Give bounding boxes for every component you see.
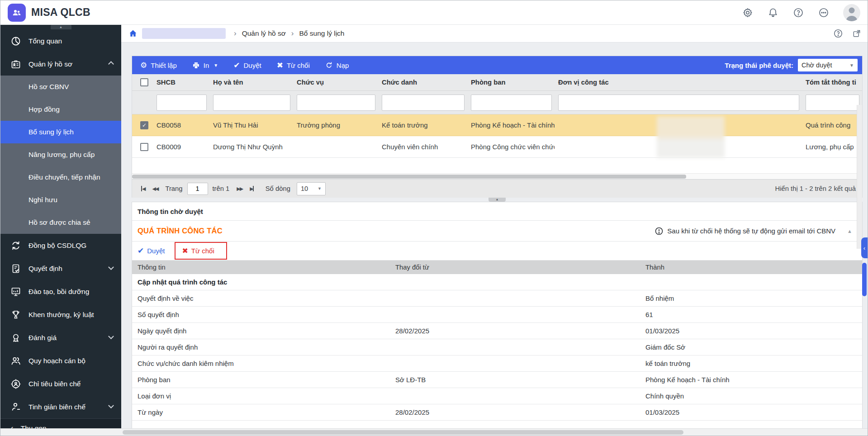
more-icon[interactable] bbox=[818, 7, 830, 19]
approve-button[interactable]: ✔ Duyệt bbox=[233, 62, 261, 69]
row-checkbox-checked[interactable]: ✓ bbox=[140, 121, 148, 129]
users-icon bbox=[10, 355, 21, 366]
detail-to: Giám đốc Sở bbox=[640, 343, 862, 351]
print-label: In bbox=[204, 62, 209, 69]
grid-horizontal-scrollbar[interactable] bbox=[132, 173, 862, 179]
detail-info: Người ra quyết định bbox=[132, 343, 390, 351]
column-header-phong-ban[interactable]: Phòng ban bbox=[467, 79, 555, 86]
cell-name: Dương Thị Như Quỳnh bbox=[209, 143, 293, 151]
gear-icon[interactable] bbox=[742, 7, 754, 19]
scrollbar-thumb[interactable] bbox=[123, 430, 683, 435]
prev-page-button[interactable]: ◀◀ bbox=[152, 186, 158, 192]
vertical-scrollbar-thumb[interactable] bbox=[862, 263, 867, 296]
sidebar-subitem-label: Nghỉ hưu bbox=[28, 196, 57, 204]
monitor-icon bbox=[10, 286, 21, 297]
filter-input-phong-ban[interactable] bbox=[471, 95, 552, 111]
sidebar-item-khen-thuong-ky-luat[interactable]: Khen thưởng, kỷ luật bbox=[0, 303, 121, 326]
print-button[interactable]: In ▼ bbox=[192, 62, 218, 69]
column-header-don-vi-cong-tac[interactable]: Đơn vị công tác bbox=[555, 79, 802, 86]
detail-approve-button[interactable]: ✔ Duyệt bbox=[138, 246, 165, 256]
column-header-ho-va-ten[interactable]: Họ và tên bbox=[209, 79, 293, 86]
sidebar-item-nghi-huu[interactable]: Nghỉ hưu bbox=[0, 189, 121, 211]
column-header-chuc-danh[interactable]: Chức danh bbox=[378, 79, 467, 86]
sidebar-subitem-label: Hợp đồng bbox=[28, 105, 60, 114]
detail-row: Phòng ban Sở LĐ-TB Phòng Kế hoạch - Tài … bbox=[132, 372, 862, 388]
row-checkbox[interactable] bbox=[140, 143, 148, 151]
column-header-tom-tat[interactable]: Tóm tắt thông ti bbox=[802, 79, 862, 86]
reject-button[interactable]: ✖ Từ chối bbox=[277, 62, 310, 69]
filter-input-don-vi-cong-tac[interactable] bbox=[558, 95, 799, 111]
sidebar-item-tinh-gian-bien-che[interactable]: Tinh giản biên chế bbox=[0, 395, 121, 418]
sidebar-item-bo-sung-ly-lich[interactable]: Bổ sung lý lịch bbox=[0, 121, 121, 143]
sidebar-item-nang-luong-phu-cap[interactable]: Nâng lương, phụ cấp bbox=[0, 143, 121, 166]
sidebar-item-hop-dong[interactable]: Hợp đồng bbox=[0, 98, 121, 121]
detail-reject-button[interactable]: ✖ Từ chối bbox=[182, 246, 214, 255]
breadcrumb-item-bo-sung-ly-lich[interactable]: Bổ sung lý lịch bbox=[299, 29, 345, 38]
first-page-button[interactable]: ◀ bbox=[141, 186, 145, 192]
last-page-button[interactable]: ▶ bbox=[250, 186, 253, 192]
grid-vertical-scrollbar[interactable] bbox=[857, 105, 862, 249]
filter-input-chuc-danh[interactable] bbox=[382, 95, 465, 111]
sidebar-item-dieu-chuyen-tiep-nhan[interactable]: Điều chuyển, tiếp nhận bbox=[0, 166, 121, 189]
avatar[interactable] bbox=[843, 4, 860, 21]
detail-to: kế toán trưởng bbox=[640, 360, 862, 367]
target-icon bbox=[10, 379, 21, 389]
filter-input-ho-va-ten[interactable] bbox=[213, 95, 290, 111]
select-all-checkbox[interactable] bbox=[140, 78, 148, 86]
sidebar-item-quy-hoach-can-bo[interactable]: Quy hoạch cán bộ bbox=[0, 349, 121, 372]
panel-resize-handle[interactable]: ▲ bbox=[132, 198, 863, 202]
approval-status-select[interactable]: Chờ duyệt ▼ bbox=[798, 59, 858, 71]
refresh-icon bbox=[325, 62, 333, 69]
app-title: MISA QLCB bbox=[31, 6, 90, 19]
right-panel-toggle[interactable]: ‹ bbox=[861, 237, 868, 258]
sidebar: ▲ Tổng quan Quản lý hồ sơ Hồ sơ CBNV Hợp… bbox=[0, 25, 121, 428]
page-horizontal-scrollbar[interactable] bbox=[0, 428, 868, 436]
breadcrumb-separator: › bbox=[291, 29, 294, 38]
column-header-chuc-vu[interactable]: Chức vụ bbox=[293, 79, 378, 86]
table-row[interactable]: CB0009 Dương Thị Như Quỳnh Chuyên viên c… bbox=[132, 136, 862, 158]
column-header-shcb[interactable]: SHCB bbox=[153, 79, 209, 86]
sidebar-item-ho-so-duoc-chia-se[interactable]: Hồ sơ được chia sẻ bbox=[0, 211, 121, 234]
breadcrumb-redacted-org[interactable] bbox=[142, 28, 226, 39]
detail-reject-label: Từ chối bbox=[191, 247, 214, 255]
sidebar-item-danh-gia[interactable]: Đánh giá bbox=[0, 326, 121, 349]
breadcrumb-item-quan-ly-ho-so[interactable]: Quản lý hồ sơ bbox=[242, 29, 286, 38]
grid-header-row: SHCB Họ và tên Chức vụ Chức danh Phòng b… bbox=[132, 74, 862, 91]
sidebar-item-quyet-dinh[interactable]: Quyết định bbox=[0, 257, 121, 280]
home-icon[interactable] bbox=[128, 29, 138, 38]
sidebar-subitem-label: Nâng lương, phụ cấp bbox=[28, 151, 95, 159]
help-icon[interactable] bbox=[792, 7, 804, 19]
sidebar-item-dong-bo-csdlqg[interactable]: Đồng bộ CSDLQG bbox=[0, 234, 121, 257]
sidebar-item-tong-quan[interactable]: Tổng quan bbox=[0, 29, 121, 52]
detail-to: Chính quyền bbox=[640, 392, 862, 400]
sidebar-item-ho-so-cbnv[interactable]: Hồ sơ CBNV bbox=[0, 76, 121, 98]
sidebar-collapse-button[interactable]: ‹ Thu gọn bbox=[0, 418, 121, 428]
popout-icon[interactable] bbox=[852, 29, 861, 38]
sidebar-scroll-up[interactable]: ▲ bbox=[0, 25, 121, 29]
detail-header-row: Thông tin Thay đổi từ Thành bbox=[132, 261, 862, 274]
table-row[interactable]: ✓ CB0058 Vũ Thị Thu Hải Trưởng phòng Kế … bbox=[132, 114, 862, 136]
reject-highlight-box: ✖ Từ chối bbox=[175, 242, 227, 260]
bell-icon[interactable] bbox=[767, 7, 779, 19]
setup-button[interactable]: ⚙ Thiết lập bbox=[140, 62, 177, 69]
app-logo[interactable] bbox=[8, 4, 26, 22]
chevron-up-icon bbox=[108, 61, 114, 67]
reload-button[interactable]: Nạp bbox=[325, 62, 349, 69]
chevron-left-icon: ‹ bbox=[10, 423, 14, 428]
filter-input-shcb[interactable] bbox=[157, 95, 207, 111]
rows-per-page-select[interactable]: 10 ▼ bbox=[297, 182, 326, 195]
collapse-section-icon[interactable]: ▲ bbox=[847, 228, 852, 234]
next-page-button[interactable]: ▶▶ bbox=[237, 186, 242, 192]
sidebar-item-label: Tinh giản biên chế bbox=[28, 403, 85, 411]
reject-label: Từ chối bbox=[287, 62, 310, 69]
sidebar-item-dao-tao-boi-duong[interactable]: Đào tạo, bồi dưỡng bbox=[0, 280, 121, 303]
grid-filter-row bbox=[132, 91, 862, 114]
sidebar-item-quan-ly-ho-so[interactable]: Quản lý hồ sơ bbox=[0, 52, 121, 76]
page-number-input[interactable] bbox=[187, 183, 208, 195]
scrollbar-thumb[interactable] bbox=[132, 175, 686, 179]
help-circle-icon[interactable] bbox=[833, 28, 843, 38]
filter-input-tom-tat[interactable] bbox=[806, 95, 859, 111]
filter-input-chuc-vu[interactable] bbox=[297, 95, 375, 111]
sidebar-item-chi-tieu-bien-che[interactable]: Chỉ tiêu biên chế bbox=[0, 372, 121, 395]
approval-status-value: Chờ duyệt bbox=[802, 62, 832, 69]
